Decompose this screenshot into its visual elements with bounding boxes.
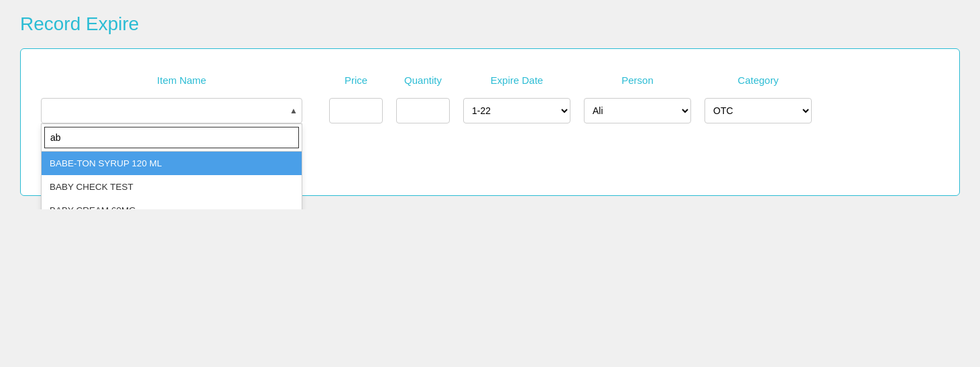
col-item-name: Item Name xyxy=(41,69,322,91)
col-expire-date: Expire Date xyxy=(456,69,577,91)
record-card: Item Name Price Quantity Expire Date Per… xyxy=(20,48,960,196)
expire-date-select[interactable]: 1-222-223-224-225-22 xyxy=(463,98,570,123)
quantity-input[interactable] xyxy=(396,98,450,123)
col-person: Person xyxy=(577,69,698,91)
expire-date-cell: 1-222-223-224-225-22 xyxy=(456,98,577,123)
col-quantity: Quantity xyxy=(389,69,456,91)
person-cell: AliSaraJohnMary xyxy=(577,98,698,123)
category-cell: OTCRXGenericBrand xyxy=(698,98,818,123)
col-price: Price xyxy=(322,69,389,91)
list-item[interactable]: BABY CHECK TEST xyxy=(42,175,302,199)
price-input[interactable] xyxy=(329,98,383,123)
chevron-down-icon: ▲ xyxy=(290,106,298,115)
item-name-cell: ▲ BABE-TON SYRUP 120 MLBABY CHECK TESTBA… xyxy=(41,98,322,123)
dropdown-list: BABE-TON SYRUP 120 MLBABY CHECK TESTBABY… xyxy=(42,152,302,209)
list-item[interactable]: BABY CREAM 60MG xyxy=(42,199,302,209)
search-input[interactable] xyxy=(44,127,299,148)
form-row: ▲ BABE-TON SYRUP 120 MLBABY CHECK TESTBA… xyxy=(41,98,939,123)
dropdown-panel: BABE-TON SYRUP 120 MLBABY CHECK TESTBABY… xyxy=(41,123,302,209)
list-item[interactable]: BABE-TON SYRUP 120 ML xyxy=(42,152,302,175)
person-select[interactable]: AliSaraJohnMary xyxy=(584,98,691,123)
table-header: Item Name Price Quantity Expire Date Per… xyxy=(41,69,939,91)
price-cell xyxy=(322,98,389,123)
quantity-cell xyxy=(389,98,456,123)
page-title: Record Expire xyxy=(20,13,960,35)
page-container: Record Expire Item Name Price Quantity E… xyxy=(0,0,980,209)
item-name-dropdown-trigger[interactable]: ▲ xyxy=(41,98,302,123)
category-select[interactable]: OTCRXGenericBrand xyxy=(705,98,812,123)
col-category: Category xyxy=(698,69,818,91)
search-wrapper xyxy=(42,124,302,152)
